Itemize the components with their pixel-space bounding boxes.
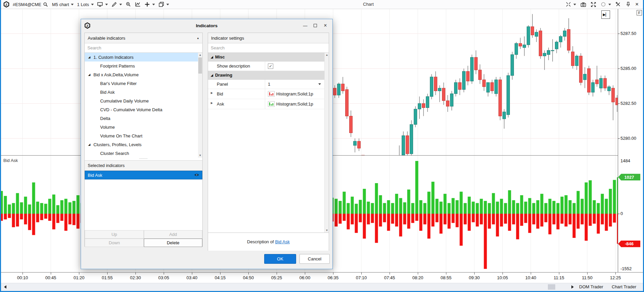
tree-expanded-icon[interactable]: ◢: [88, 143, 90, 146]
tree-scrollbar-thumb[interactable]: [198, 57, 202, 74]
scroll-left-icon[interactable]: [4, 285, 6, 289]
chevron-down-icon: [71, 4, 74, 5]
tree-expanded-icon[interactable]: ◢: [88, 55, 90, 59]
tree-item[interactable]: ◢1. Custom Indicators: [85, 53, 202, 61]
tab-dom-trader[interactable]: DOM Trader: [579, 284, 603, 289]
tree-item[interactable]: Bid Ask: [85, 88, 202, 96]
available-indicators-panel: Available indicators ▲ ◢1. Custom Indica…: [84, 33, 203, 247]
tree-item[interactable]: Bar's Volume Filter: [85, 79, 202, 88]
group-misc[interactable]: ◢ Misc: [208, 53, 324, 61]
scroll-right-icon[interactable]: [571, 285, 574, 289]
close-window-button[interactable]: ×: [635, 2, 639, 7]
tree-scrollbar[interactable]: ▲ ▼: [198, 53, 202, 158]
minimize-button[interactable]: —: [300, 22, 310, 29]
tree-item[interactable]: ◢Clusters, Profiles, Levels: [85, 140, 202, 149]
time-axis-label: 04:50: [243, 275, 254, 280]
layers-icon: [158, 1, 164, 7]
close-icon: ×: [635, 2, 639, 7]
delete-button[interactable]: Delete: [144, 239, 202, 247]
circle-icon: [600, 1, 606, 7]
show-description-checkbox[interactable]: ✓: [268, 64, 273, 69]
lots-dropdown[interactable]: 1 Lots: [77, 2, 93, 7]
splitter-handle[interactable]: '''''''''': [85, 158, 202, 160]
collapse-up-icon[interactable]: ▲: [197, 37, 199, 40]
scroll-up-icon[interactable]: ▲: [198, 53, 202, 57]
time-tick: [361, 273, 362, 275]
tab-chart-trader[interactable]: Chart Trader: [612, 284, 636, 289]
tree-item[interactable]: Volume: [85, 123, 202, 131]
tree-item[interactable]: Volume On The Chart: [85, 131, 202, 140]
scroll-up-icon[interactable]: ▲: [325, 53, 329, 57]
chevron-down-icon: [119, 4, 122, 5]
time-axis-label: 08:55: [441, 275, 452, 280]
description-prefix: Description of: [247, 239, 274, 244]
tree-item[interactable]: ◢Bid x Ask,Delta,Volume: [85, 70, 202, 79]
scroll-down-icon[interactable]: ▼: [325, 228, 329, 233]
screenshot-button[interactable]: [580, 1, 586, 7]
down-button[interactable]: Down: [85, 239, 144, 247]
tree-item[interactable]: Delta: [85, 114, 202, 123]
available-indicators-header[interactable]: Available indicators ▲: [85, 33, 202, 43]
description-link[interactable]: Bid Ask: [275, 239, 290, 244]
time-tick: [164, 273, 164, 275]
time-axis-label: 08:20: [412, 275, 424, 280]
settings-scrollbar[interactable]: ▲ ▼: [324, 53, 329, 233]
selected-indicator-bid-ask[interactable]: Bid Ask: [85, 171, 202, 179]
maximize-button[interactable]: [310, 22, 320, 29]
tree-item-label: Cluster Search: [100, 151, 129, 156]
chart-style-dropdown[interactable]: [97, 1, 108, 7]
settings-button[interactable]: [615, 1, 621, 7]
link-mode-dropdown[interactable]: [565, 1, 576, 7]
zoom-in-button[interactable]: [125, 1, 131, 7]
dialog-close-button[interactable]: ×: [320, 22, 330, 29]
ask-style-editor[interactable]: Histogram;Solid;1p: [265, 99, 324, 109]
expand-right-icon[interactable]: ▶: [211, 101, 213, 105]
bid-style-text: Histogram;Solid;1p: [276, 91, 313, 96]
tree-item[interactable]: Cumulative Daily Volume: [85, 96, 202, 105]
indicator-settings-panel: Indicator settings ◢ Misc Show descripti…: [208, 33, 329, 251]
expand-right-icon[interactable]: ▶: [211, 91, 213, 94]
symbol-label: #ESM4@CME: [13, 2, 41, 7]
chevron-down-icon: [166, 4, 169, 5]
cancel-button[interactable]: Cancel: [299, 254, 330, 264]
bid-style-editor[interactable]: Histogram;Solid;1p: [265, 89, 324, 99]
price-axis-label: 5285.00: [620, 66, 636, 71]
panel-dropdown[interactable]: 1: [265, 80, 324, 89]
tree-expanded-icon[interactable]: ◢: [88, 73, 90, 76]
drawing-tools-dropdown[interactable]: [111, 1, 122, 7]
up-button[interactable]: Up: [85, 230, 144, 239]
time-axis[interactable]: [0, 272, 643, 283]
tree-item[interactable]: Footprint Patterns: [85, 61, 202, 70]
add-button[interactable]: Add: [144, 230, 202, 239]
chart-toolbar: Z #ESM4@CME M5 chart 1 Lots: [0, 0, 644, 9]
ok-button[interactable]: OK: [264, 254, 296, 264]
row-panel: Panel 1: [208, 80, 324, 89]
visibility-eye-icon[interactable]: [194, 173, 199, 178]
settings-search-input[interactable]: [208, 43, 329, 52]
scrollbar-thumb[interactable]: [548, 284, 555, 290]
time-tick: [107, 273, 108, 275]
timeframe-dropdown[interactable]: M5 chart: [52, 2, 74, 7]
indicators-button[interactable]: [135, 1, 141, 7]
price-axis[interactable]: [618, 9, 618, 272]
scroll-down-icon[interactable]: ▼: [198, 153, 202, 158]
goto-realtime-button[interactable]: ▶▏: [601, 10, 610, 19]
horizontal-scrollbar[interactable]: [1, 283, 643, 291]
templates-dropdown[interactable]: [158, 1, 169, 7]
chevron-down-icon: [105, 4, 108, 5]
dialog-titlebar[interactable]: Indicators Z — ×: [81, 19, 332, 32]
price-tick: [618, 103, 620, 104]
tree-item[interactable]: CVD - Cumulative Volume Delta: [85, 105, 202, 114]
tree-item[interactable]: Cluster Search: [85, 149, 202, 158]
available-search-input[interactable]: [85, 43, 202, 52]
symbol-link-dropdown[interactable]: [600, 1, 611, 7]
chevron-down-icon: [573, 4, 576, 5]
time-tick: [333, 273, 333, 275]
fullscreen-button[interactable]: [590, 1, 596, 7]
add-panel-dropdown[interactable]: [144, 1, 155, 7]
symbol-selector[interactable]: #ESM4@CME: [13, 1, 49, 7]
group-drawing[interactable]: ◢ Drawing: [208, 71, 324, 80]
pin-button[interactable]: [625, 1, 631, 7]
expand-arrows-icon: [590, 1, 596, 7]
dialog-title: Indicators: [81, 23, 332, 28]
